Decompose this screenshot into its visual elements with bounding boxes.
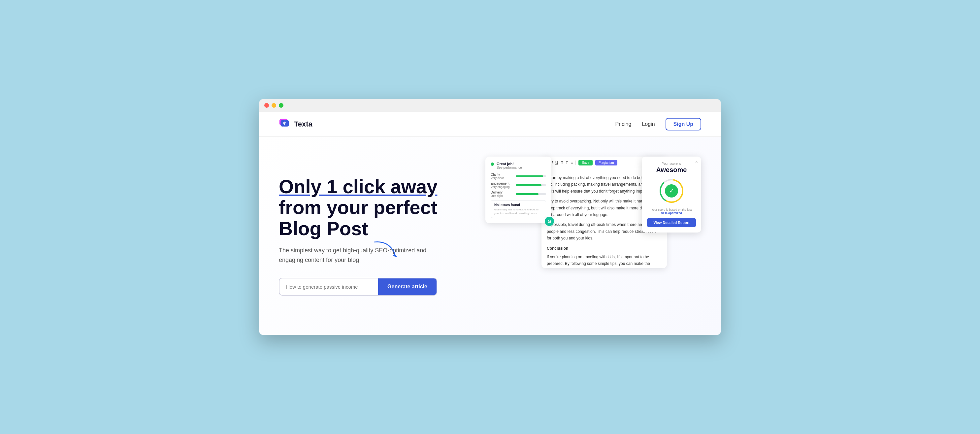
minimize-button[interactable]: [272, 103, 276, 108]
hero-left: Only 1 click away from your perfect Blog…: [279, 150, 469, 315]
score-check-icon: ✓: [665, 184, 678, 198]
score-description: Your score is based on the last SEO-opti…: [647, 208, 696, 215]
editor-para-4: If you're planning on traveling with kid…: [547, 254, 662, 268]
nav-signup[interactable]: Sign Up: [665, 118, 701, 131]
grammar-delivery-label: Delivery: [491, 191, 514, 194]
hero-title-line2: from your perfect: [279, 196, 437, 218]
score-circle: ✓: [647, 178, 696, 204]
grammar-green-dot: [491, 163, 494, 166]
score-seo-label: SEO-optimized: [661, 211, 682, 215]
generate-article-button[interactable]: Generate article: [378, 278, 436, 295]
logo-text: Texta: [294, 120, 312, 128]
arrow-decoration: [371, 239, 401, 262]
grammar-great-job: Great job!: [496, 162, 522, 166]
editor-text-t2[interactable]: T: [566, 161, 568, 164]
maximize-button[interactable]: [279, 103, 283, 108]
editor-underline[interactable]: U: [555, 161, 558, 165]
score-card: × Your score is Awesome: [642, 156, 701, 233]
editor-italic[interactable]: I: [552, 161, 553, 165]
hero-section: Only 1 click away from your perfect Blog…: [259, 137, 721, 335]
browser-window: Texta Pricing Login Sign Up Only 1 click…: [259, 99, 721, 335]
grammar-clarity-value: Very clear: [491, 176, 514, 180]
grammar-engagement-label: Engagement: [491, 182, 514, 185]
grammar-delivery-bar-bg: [516, 193, 546, 195]
no-issues-sub: Grammarly ran hundreds of checks on your…: [494, 208, 542, 215]
editor-text-t1[interactable]: T: [561, 161, 563, 165]
hero-input-row: Generate article: [279, 278, 437, 295]
grammar-card: Great job! See performance Clarity Very …: [485, 156, 551, 223]
hero-right: Great job! See performance Clarity Very …: [482, 150, 701, 315]
browser-toolbar: [259, 99, 721, 112]
no-issues-box: No issues found Grammarly ran hundreds o…: [491, 200, 546, 218]
grammar-clarity-label: Clarity: [491, 173, 514, 176]
grammar-engagement-bar-bg: [516, 184, 546, 186]
editor-list[interactable]: ≡: [571, 161, 573, 165]
no-issues-label: No issues found: [494, 203, 542, 207]
grammar-delivery-bar-fill: [516, 193, 538, 195]
grammar-clarity-bar-bg: [516, 176, 546, 177]
nav-links: Pricing Login Sign Up: [616, 118, 702, 131]
hero-subtitle: The simplest way to get high-quality SEO…: [279, 246, 431, 265]
grammar-engagement-value: Very engaging: [491, 185, 514, 188]
score-close-button[interactable]: ×: [695, 159, 698, 164]
logo-icon: [279, 118, 291, 130]
nav-pricing[interactable]: Pricing: [616, 121, 632, 127]
score-value: Awesome: [647, 166, 696, 174]
grammar-delivery-value: Just right: [491, 194, 514, 198]
score-label: Your score is: [647, 162, 696, 166]
grammar-engagement-row: Engagement Very engaging: [491, 182, 546, 188]
editor-conclusion-title: Conclusion: [547, 245, 662, 252]
view-detailed-report-button[interactable]: View Detailed Report: [647, 218, 696, 227]
hero-title-line3: Blog Post: [279, 218, 368, 239]
grammar-see-performance[interactable]: See performance: [496, 166, 522, 169]
nav-login[interactable]: Login: [642, 121, 655, 127]
grammar-clarity-bar-fill: [516, 176, 543, 177]
grammar-delivery-row: Delivery Just right: [491, 191, 546, 198]
grammar-great-job-row: Great job! See performance: [491, 162, 546, 169]
navbar: Texta Pricing Login Sign Up: [259, 112, 721, 137]
hero-title-line1: Only 1 click away: [279, 176, 437, 197]
toolbar-separator: [576, 161, 576, 165]
article-topic-input[interactable]: [280, 278, 378, 295]
page-content: Texta Pricing Login Sign Up Only 1 click…: [259, 112, 721, 335]
editor-save-button[interactable]: Save: [578, 160, 593, 166]
svg-marker-3: [392, 254, 397, 257]
editor-plagiarism-button[interactable]: Plagiarism: [595, 160, 617, 166]
grammar-clarity-row: Clarity Very clear: [491, 173, 546, 180]
logo[interactable]: Texta: [279, 118, 312, 130]
close-button[interactable]: [264, 103, 269, 108]
hero-title: Only 1 click away from your perfect Blog…: [279, 176, 469, 239]
grammar-engagement-bar-fill: [516, 184, 541, 186]
